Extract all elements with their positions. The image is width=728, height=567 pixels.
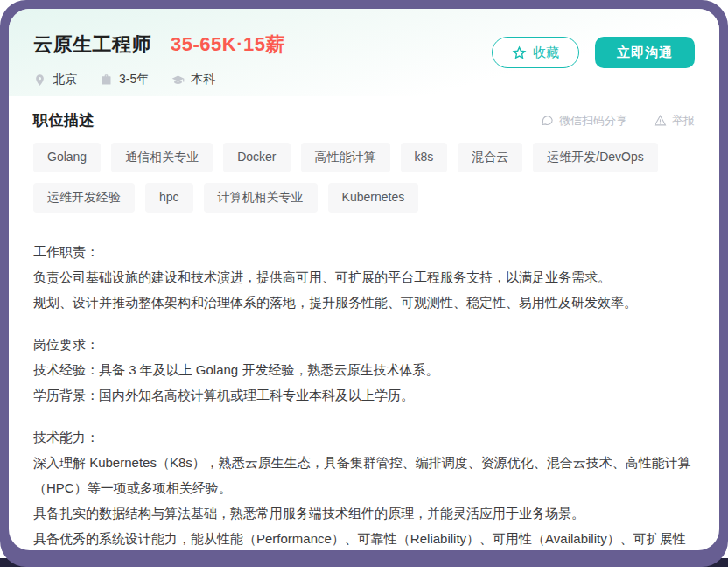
job-tag[interactable]: hpc [145,183,193,213]
job-header: 云原生工程师 35-65K·15薪 北京 3-5年 [9,9,719,96]
tags-row-2: 运维开发经验 hpc 计算机相关专业 Kubernetes [33,183,695,223]
job-meta-row: 北京 3-5年 本科 [33,72,285,88]
job-body: 职位描述 微信扫码分享 举报 Golang 通信相关专业 [9,96,719,550]
job-tag[interactable]: 运维开发/DevOps [533,143,657,172]
job-tag[interactable]: Kubernetes [328,183,419,213]
job-tag[interactable]: 通信相关专业 [111,143,213,172]
section-title: 职位描述 [33,110,94,130]
job-tag[interactable]: 高性能计算 [301,143,390,172]
meta-education-label: 本科 [191,72,215,88]
wechat-share-button[interactable]: 微信扫码分享 [541,113,627,129]
job-header-actions: 收藏 立即沟通 [492,37,695,68]
description-line: 规划、设计并推动整体架构和治理体系的落地，提升服务性能、可观测性、稳定性、易用性… [33,290,695,315]
description-line [33,315,695,332]
meta-experience: 3-5年 [100,72,149,88]
job-tag[interactable]: 混合云 [458,143,522,172]
description-line: 岗位要求： [33,332,695,357]
job-tag[interactable]: 计算机相关专业 [204,183,318,213]
job-tag[interactable]: 运维开发经验 [33,183,135,213]
chat-now-button[interactable]: 立即沟通 [595,37,695,68]
job-description: 工作职责： 负责公司基础设施的建设和技术演进，提供高可用、可扩展的平台工程服务支… [33,239,695,550]
job-tag[interactable]: k8s [401,143,448,172]
description-line: 技术能力： [33,424,695,450]
job-tag[interactable]: Docker [223,143,290,172]
description-line: 具备扎实的数据结构与算法基础，熟悉常用服务端技术组件的原理，并能灵活应用于业务场… [33,500,695,526]
section-header: 职位描述 微信扫码分享 举报 [33,110,695,130]
warning-triangle-icon [654,114,667,127]
meta-location: 北京 [33,72,77,88]
job-salary: 35-65K·15薪 [171,32,285,58]
meta-education: 本科 [172,72,215,88]
chat-bubble-icon [541,114,554,127]
favorite-button-label: 收藏 [533,45,559,61]
description-line: 具备优秀的系统设计能力，能从性能（Performance）、可靠性（Reliab… [33,526,695,550]
description-line: 负责公司基础设施的建设和技术演进，提供高可用、可扩展的平台工程服务支持，以满足业… [33,264,695,290]
description-line: 技术经验：具备 3 年及以上 Golang 开发经验，熟悉云原生技术体系。 [33,357,695,382]
description-line: 深入理解 Kubernetes（K8s），熟悉云原生生态，具备集群管控、编排调度… [33,450,695,500]
title-row: 云原生工程师 35-65K·15薪 [33,32,285,58]
report-label: 举报 [672,113,695,129]
job-detail-card: 云原生工程师 35-65K·15薪 北京 3-5年 [9,9,719,550]
location-pin-icon [33,74,46,87]
job-title: 云原生工程师 [33,32,151,58]
tags-row-1: Golang 通信相关专业 Docker 高性能计算 k8s 混合云 运维开发/… [33,143,695,183]
description-line [33,408,695,424]
favorite-button[interactable]: 收藏 [492,37,579,68]
job-header-left: 云原生工程师 35-65K·15薪 北京 3-5年 [33,32,285,88]
job-card-frame: 云原生工程师 35-65K·15薪 北京 3-5年 [0,0,728,567]
graduation-cap-icon [172,74,185,87]
meta-experience-label: 3-5年 [119,72,149,88]
description-line: 工作职责： [33,239,695,264]
wechat-share-label: 微信扫码分享 [559,113,627,129]
job-tag[interactable]: Golang [33,143,101,172]
section-tools: 微信扫码分享 举报 [541,113,695,129]
briefcase-icon [100,74,113,87]
meta-location-label: 北京 [52,72,77,88]
star-icon [512,46,527,60]
report-button[interactable]: 举报 [654,113,695,129]
description-line: 学历背景：国内外知名高校计算机或理工科专业本科及以上学历。 [33,382,695,408]
page: 云原生工程师 35-65K·15薪 北京 3-5年 [0,0,728,567]
